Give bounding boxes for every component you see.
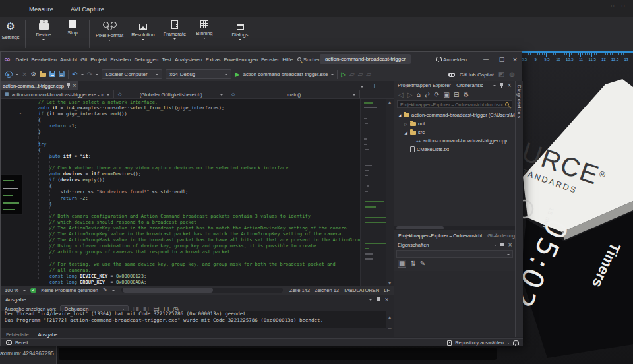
tree-item-cmakelists-txt[interactable]: CMakeLists.txt: [394, 145, 515, 154]
tree-horizontal-scrollbar[interactable]: [394, 226, 516, 230]
menu-item-git[interactable]: Git: [79, 57, 89, 63]
breadcrumb-segment[interactable]: main(): [227, 90, 360, 98]
close-button[interactable]: ×: [507, 52, 523, 67]
properties-header[interactable]: Eigenschaften: [394, 241, 516, 249]
menu-item-test[interactable]: Test: [160, 57, 173, 63]
forward-icon[interactable]: [407, 92, 413, 98]
chevron-down-icon[interactable]: [16, 74, 18, 76]
minimap[interactable]: [360, 99, 386, 286]
menu-item-debuggen[interactable]: Debuggen: [133, 57, 160, 63]
menu-item-analysieren[interactable]: Analysieren: [173, 57, 204, 63]
switch-view-icon[interactable]: [425, 92, 430, 98]
property-pages-icon[interactable]: [420, 260, 425, 267]
tree-expanded-icon[interactable]: ◢: [398, 113, 402, 117]
menu-item-erstellen[interactable]: Erstellen: [109, 57, 133, 63]
pin-icon[interactable]: [377, 297, 380, 303]
diagnostics-side-tab[interactable]: Diagnosetools: [515, 81, 523, 337]
bookmark-icon[interactable]: [358, 71, 363, 78]
pin-icon[interactable]: [500, 83, 503, 88]
measure-ruler-overlay[interactable]: 8.599.51010.51111.51212.513: [520, 51, 633, 65]
scrollbar-thumb[interactable]: [123, 288, 213, 293]
gear-icon[interactable]: [30, 71, 36, 78]
problems-status[interactable]: Keine Probleme gefunden: [41, 288, 98, 293]
menu-item-erweiterungen[interactable]: Erweiterungen: [222, 57, 260, 63]
collapse-all-icon[interactable]: [454, 92, 459, 98]
output-scrollbar[interactable]: ▲—: [386, 314, 394, 331]
document-tab[interactable]: action-comma...t-trigger.cpp: [1, 81, 78, 90]
chevron-down-icon[interactable]: [369, 299, 372, 302]
solution-search[interactable]: [397, 100, 512, 108]
ribbon-button-dialogs[interactable]: Dialogs: [225, 20, 255, 49]
tree-item-action-command-broadcast-trigger[interactable]: ◢action-command-broadcast-trigger (C:\Us…: [394, 111, 515, 119]
chevron-down-icon[interactable]: [96, 74, 98, 76]
menu-item-datei[interactable]: Datei: [14, 57, 30, 63]
home-icon[interactable]: [416, 92, 420, 98]
code-text[interactable]: // Let the user select a network interfa…: [1, 100, 360, 286]
start-debug-icon[interactable]: [5, 71, 13, 78]
ribbon-button-stop[interactable]: Stop: [59, 20, 86, 49]
breadcrumb-segment[interactable]: (Globaler Gültigkeitsbereich): [114, 90, 227, 98]
tree-expanded-icon[interactable]: ◢: [404, 130, 408, 135]
tabs-indicator[interactable]: TABULATOREN: [344, 288, 379, 293]
close-panel-icon[interactable]: [384, 297, 389, 303]
capture-tab-measure[interactable]: Measure: [29, 5, 53, 13]
right-tab-projektmappen-explorer-ordneransicht[interactable]: Projektmappen-Explorer – Ordneransicht: [398, 233, 482, 238]
line-indicator[interactable]: Zeile 143: [289, 288, 310, 293]
ribbon-button-framerate[interactable]: Framerate: [160, 20, 190, 49]
edit-icon[interactable]: [103, 287, 107, 293]
configuration-dropdown[interactable]: x64-Debug: [166, 69, 231, 79]
run-icon[interactable]: [235, 71, 240, 78]
save-icon[interactable]: [49, 71, 55, 77]
chevron-down-icon[interactable]: [112, 290, 115, 293]
vs-title-bar[interactable]: ∞ DateiBearbeitenAnsichtGitProjektErstel…: [1, 52, 522, 67]
menu-item-extras[interactable]: Extras: [204, 57, 222, 63]
chevron-down-icon[interactable]: [331, 74, 334, 76]
minimize-button[interactable]: —: [478, 52, 494, 67]
alphabetical-icon[interactable]: [410, 260, 415, 267]
close-tab-icon[interactable]: [73, 83, 76, 88]
tree-item-out[interactable]: ▷out: [394, 119, 515, 128]
scroll-up-icon[interactable]: ▲: [386, 100, 394, 104]
ribbon-button-pixel-format[interactable]: Pixel Format: [92, 20, 127, 49]
categorized-icon[interactable]: [398, 260, 406, 268]
output-panel-header[interactable]: Ausgabe: [1, 295, 394, 304]
show-all-files-icon[interactable]: [444, 92, 450, 98]
undo-icon[interactable]: [72, 71, 77, 78]
solution-search-input[interactable]: [400, 102, 503, 107]
chevron-down-icon[interactable]: [494, 245, 497, 247]
gear-icon[interactable]: [463, 92, 469, 98]
bookmark-icon[interactable]: [349, 71, 355, 78]
panel-tab-ausgabe[interactable]: Ausgabe: [38, 332, 58, 338]
column-indicator[interactable]: Zeichen 13: [315, 288, 339, 293]
run-target-label[interactable]: action-command-broadcast-trigger.exe: [243, 71, 328, 77]
right-tab-git-änderungen[interactable]: Git-Änderungen: [487, 233, 516, 238]
menu-item-projekt[interactable]: Projekt: [89, 57, 109, 63]
editor-horizontal-scrollbar[interactable]: [121, 288, 283, 293]
menu-item-fenster[interactable]: Fenster: [260, 57, 281, 63]
tree-item-action-command-broadcast-trigger-cpp[interactable]: action-command-broadcast-trigger.cpp: [394, 136, 515, 145]
editor-scrollbar[interactable]: ▲ ▼: [386, 99, 394, 286]
eol-indicator[interactable]: LF: [384, 288, 390, 293]
notifications-bell-icon[interactable]: [513, 340, 518, 346]
chevron-down-icon[interactable]: [493, 85, 496, 88]
bookmark-icon[interactable]: [366, 71, 371, 78]
output-text[interactable]: Der Thread "ic4/device_lost" (13304) hat…: [1, 311, 386, 328]
scroll-up-icon[interactable]: ▲: [386, 315, 394, 319]
menu-item-ansicht[interactable]: Ansicht: [58, 57, 78, 63]
solution-explorer-header[interactable]: Projektmappen-Explorer – Ordneransicht: [394, 81, 515, 90]
debug-target-dropdown[interactable]: Lokaler Computer: [102, 69, 162, 79]
scroll-handle[interactable]: —: [386, 326, 394, 330]
feedback-icon[interactable]: [6, 340, 12, 345]
pin-icon[interactable]: [500, 243, 504, 248]
save-all-icon[interactable]: [59, 71, 65, 77]
code-editor[interactable]: ⌄ // Let the user select a network inter…: [1, 99, 394, 286]
ribbon-button-settings[interactable]: Settings: [0, 20, 22, 49]
panel-tab-fehlerliste[interactable]: Fehlerliste: [6, 332, 29, 338]
breadcrumb-segment[interactable]: action-command-broadcast-trigger.exe - x…: [1, 90, 114, 98]
back-icon[interactable]: [398, 92, 404, 98]
copilot-badge-icon[interactable]: [509, 71, 515, 78]
cancel-icon[interactable]: [22, 71, 27, 78]
scrollbar-thumb[interactable]: [396, 226, 444, 229]
tree-collapsed-icon[interactable]: ▷: [404, 121, 408, 126]
tree-item-src[interactable]: ◢src: [394, 128, 515, 136]
